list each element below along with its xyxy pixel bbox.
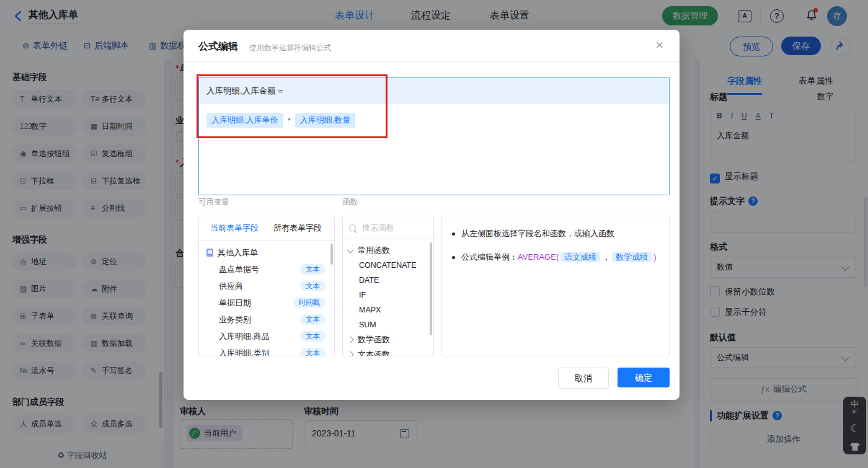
variables-section-label: 可用变量	[198, 197, 229, 208]
tip-example-line: 公式编辑举例：AVERAGE(语文成绩，数学成绩)	[452, 251, 660, 263]
confirm-button[interactable]: 确定	[618, 368, 670, 387]
cancel-button[interactable]: 取消	[558, 368, 609, 389]
variable-name: 入库明细.类别	[219, 348, 270, 357]
function-search[interactable]	[343, 216, 433, 239]
function-group-name: 常用函数	[358, 245, 390, 256]
function-item[interactable]: IF	[343, 288, 433, 302]
search-icon	[349, 224, 356, 231]
field-chip[interactable]: 入库明细.入库单价	[206, 113, 283, 128]
function-group[interactable]: 数学函数	[343, 332, 433, 347]
chevron-right-icon	[347, 336, 353, 343]
formula-expression[interactable]: 入库明细.入库单价 * 入库明细.数量	[199, 104, 669, 128]
variable-row[interactable]: 盘点单据号文本	[199, 261, 334, 278]
multiply-operator: *	[288, 116, 291, 125]
functions-section-label: 函数	[342, 197, 358, 208]
function-search-input[interactable]	[361, 223, 425, 233]
formula-editor-area[interactable]: 入库明细.入库金额 = 入库明细.入库单价 * 入库明细.数量	[198, 77, 670, 195]
variable-type-badge: 文本	[300, 281, 326, 291]
tab-current-form-fields[interactable]: 当前表单字段	[210, 223, 259, 234]
function-group-name: 数学函数	[358, 334, 390, 345]
formula-editor-modal: 公式编辑 使用数学运算符编辑公式 × 入库明细.入库金额 = 入库明细.入库单价…	[184, 30, 680, 400]
chevron-down-icon	[347, 246, 353, 253]
variable-type-badge: 文本	[300, 264, 326, 275]
chevron-right-icon	[347, 351, 353, 356]
variable-type-badge: 文本	[300, 314, 326, 325]
variables-tabs: 当前表单字段 所有表单字段	[199, 216, 334, 241]
variable-row[interactable]: 单据日期时间戳	[199, 294, 334, 311]
variables-scrollbar[interactable]	[330, 244, 333, 265]
form-icon	[206, 249, 213, 257]
field-chip[interactable]: 入库明细.数量	[295, 113, 356, 128]
bullet-icon	[452, 256, 455, 259]
functions-scrollbar[interactable]	[430, 242, 432, 335]
variable-type-badge: 文本	[300, 331, 326, 342]
variable-name: 业务类别	[219, 314, 251, 325]
functions-panel: 常用函数CONCATENATEDATEIFMAPXSUM数学函数文本函数	[342, 216, 434, 356]
modal-subtitle: 使用数学运算符编辑公式	[249, 43, 331, 53]
function-close-paren: )	[653, 252, 656, 262]
variable-type-badge: 时间戳	[293, 298, 326, 308]
modal-header: 公式编辑 使用数学运算符编辑公式 ×	[184, 30, 680, 62]
variable-type-badge: 文本	[300, 348, 326, 356]
variable-name: 单据日期	[219, 298, 251, 309]
variable-row[interactable]: 供应商文本	[199, 278, 334, 294]
tab-all-form-fields[interactable]: 所有表单字段	[273, 223, 322, 234]
variable-row[interactable]: 入库明细.类别文本	[199, 345, 334, 356]
tips-panel: 从左侧面板选择字段名和函数，或输入函数 公式编辑举例：AVERAGE(语文成绩，…	[441, 216, 670, 356]
function-group-name: 文本函数	[358, 349, 390, 356]
formula-target: 入库明细.入库金额 =	[199, 78, 669, 104]
function-group[interactable]: 文本函数	[343, 347, 433, 356]
variable-name: 盘点单据号	[219, 264, 259, 275]
bullet-icon	[452, 232, 455, 236]
function-item[interactable]: MAPX	[343, 302, 433, 317]
variable-name: 入库明细.商品	[219, 331, 270, 342]
variable-row[interactable]: 业务类别文本	[199, 311, 334, 328]
function-item[interactable]: SUM	[343, 317, 433, 332]
tip-line: 从左侧面板选择字段名和函数，或输入函数	[452, 227, 660, 240]
example-field-chip: 数学成绩	[612, 252, 652, 262]
modal-title: 公式编辑	[198, 40, 238, 53]
function-item[interactable]: CONCATENATE	[343, 258, 433, 273]
form-tree-root[interactable]: 其他入库单	[199, 244, 334, 261]
close-icon[interactable]: ×	[655, 38, 663, 52]
function-item[interactable]: DATE	[343, 273, 433, 288]
function-group[interactable]: 常用函数	[343, 243, 433, 258]
variables-panel: 当前表单字段 所有表单字段 其他入库单 盘点单据号文本供应商文本单据日期时间戳业…	[198, 216, 335, 356]
variable-row[interactable]: 入库明细.商品文本	[199, 328, 334, 345]
variable-name: 供应商	[219, 281, 243, 292]
function-name: AVERAGE(	[518, 252, 559, 262]
example-field-chip: 语文成绩	[560, 252, 600, 262]
